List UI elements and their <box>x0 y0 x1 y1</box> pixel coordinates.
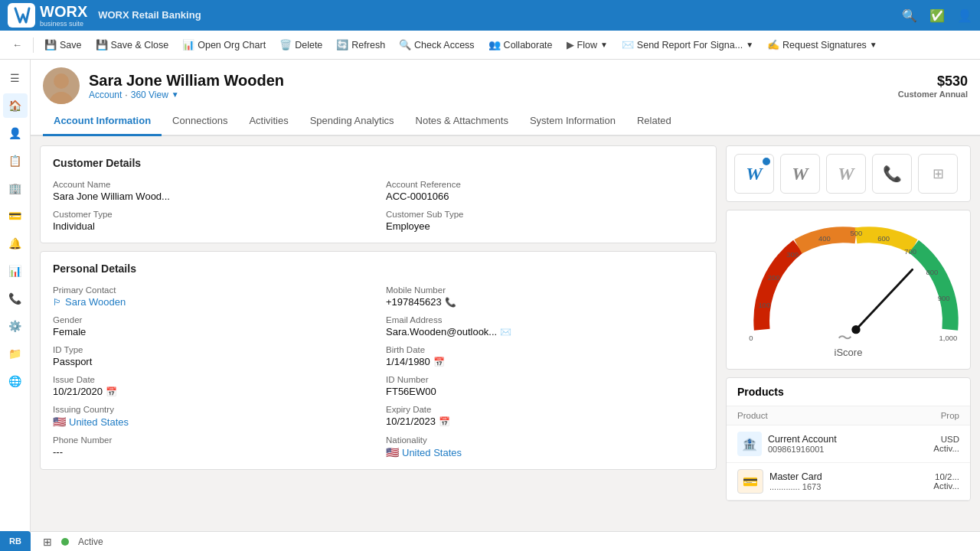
save-close-button[interactable]: 💾 Save & Close <box>90 36 175 54</box>
customer-sub-type-label: Customer Sub Type <box>386 210 704 219</box>
app-layout: ☰ 🏠 👤 📋 🏢 💳 🔔 📊 📞 ⚙️ 📁 🌐 <box>0 60 980 551</box>
tab-notes-attachments[interactable]: Notes & Attachments <box>405 107 519 136</box>
request-signatures-dropdown-icon[interactable]: ▼ <box>870 41 877 49</box>
record-view-link[interactable]: 360 View <box>131 90 168 100</box>
status-share-icon[interactable]: ⊞ <box>43 536 52 548</box>
calendar-icon-birth[interactable]: 📅 <box>433 357 445 367</box>
check-icon[interactable]: ✅ <box>929 8 945 23</box>
gender-field: Gender Female <box>53 315 371 337</box>
collaborate-button[interactable]: 👥 Collaborate <box>482 36 559 54</box>
sidebar-globe-icon[interactable]: 🌐 <box>3 369 28 393</box>
user-badge[interactable]: RB <box>0 531 31 551</box>
expiry-date-value: 10/21/2023 📅 <box>386 416 704 427</box>
sidebar-building-icon[interactable]: 🏢 <box>3 176 28 201</box>
send-report-icon: ✉️ <box>622 39 634 51</box>
tab-navigation: Account Information Connections Activiti… <box>31 107 980 136</box>
iscore-gauge-card: 0 100 200 300 400 500 600 700 800 900 1,… <box>726 210 971 370</box>
sidebar-home-icon[interactable]: 🏠 <box>3 93 28 118</box>
sidebar-settings-icon[interactable]: ⚙️ <box>3 314 28 338</box>
svg-text:600: 600 <box>877 234 890 243</box>
org-chart-icon: 📊 <box>182 39 194 51</box>
primary-contact-link[interactable]: Sara Wooden <box>65 296 126 308</box>
sidebar-bell-icon[interactable]: 🔔 <box>3 231 28 256</box>
calendar-icon-expiry[interactable]: 📅 <box>439 416 450 427</box>
current-account-icon: 🏦 <box>737 432 762 456</box>
issuing-country-label: Issuing Country <box>53 405 371 414</box>
email-icon[interactable]: ✉️ <box>500 327 511 337</box>
account-reference-value: ACC-0001066 <box>386 191 704 202</box>
phone-icon[interactable]: 📞 <box>445 297 456 308</box>
current-account-number: 009861916001 <box>768 445 927 454</box>
svg-text:300: 300 <box>786 250 799 259</box>
customer-type-label: Customer Type <box>53 210 371 219</box>
sidebar-phone-icon[interactable]: 📞 <box>3 286 28 311</box>
products-title: Products <box>727 378 970 406</box>
sidebar-chart-icon[interactable]: 📊 <box>3 259 28 283</box>
current-account-info: Current Account 009861916001 <box>768 434 927 454</box>
personal-details-title: Personal Details <box>53 262 704 275</box>
search-icon[interactable]: 🔍 <box>902 8 917 23</box>
account-reference-label: Account Reference <box>386 180 704 189</box>
flow-icon: ▶ <box>567 39 574 51</box>
customer-sub-type-field: Customer Sub Type Employee <box>386 210 704 232</box>
status-indicator <box>61 538 69 546</box>
mobile-number-value: +197845623 📞 <box>386 296 704 308</box>
back-button[interactable]: ← <box>6 36 28 54</box>
action-btn-w1-badge <box>763 158 770 165</box>
send-report-button[interactable]: ✉️ Send Report For Signa... ▼ <box>616 36 760 54</box>
check-access-button[interactable]: 🔍 Check Access <box>393 36 481 54</box>
nationality-link[interactable]: United States <box>402 447 462 458</box>
tab-system-information[interactable]: System Information <box>519 107 626 136</box>
tab-connections[interactable]: Connections <box>162 107 238 136</box>
delete-button[interactable]: 🗑️ Delete <box>273 36 328 54</box>
svg-point-1 <box>54 73 69 89</box>
record-name: Sara Jone William Wooden <box>89 72 284 90</box>
sidebar-card-icon[interactable]: 💳 <box>3 204 28 228</box>
tab-account-information[interactable]: Account Information <box>43 107 162 136</box>
birth-date-value: 1/14/1980 📅 <box>386 356 704 367</box>
action-btn-w2[interactable]: W <box>780 154 820 194</box>
save-button[interactable]: 💾 Save <box>38 36 88 54</box>
record-title-block: Sara Jone William Wooden Account · 360 V… <box>89 72 284 100</box>
action-btn-w3[interactable]: W <box>826 154 866 194</box>
account-reference-field: Account Reference ACC-0001066 <box>386 180 704 202</box>
tab-activities[interactable]: Activities <box>238 107 299 136</box>
sidebar-menu-icon[interactable]: ☰ <box>3 66 28 90</box>
tab-spending-analytics[interactable]: Spending Analytics <box>299 107 405 136</box>
send-report-dropdown-icon[interactable]: ▼ <box>746 41 753 49</box>
action-btn-w1[interactable]: W <box>734 154 774 194</box>
sidebar-folder-icon[interactable]: 📁 <box>3 341 28 366</box>
primary-contact-field: Primary Contact 🏳 Sara Wooden <box>53 285 371 308</box>
tab-related[interactable]: Related <box>626 107 682 136</box>
svg-text:700: 700 <box>904 247 916 256</box>
record-type-link[interactable]: Account <box>89 90 122 100</box>
iscore-gauge: 0 100 200 300 400 500 600 700 800 900 1,… <box>741 221 956 344</box>
flow-dropdown-icon[interactable]: ▼ <box>600 41 608 49</box>
request-signatures-button[interactable]: ✍️ Request Signatures ▼ <box>761 36 884 54</box>
sidebar-list-icon[interactable]: 📋 <box>3 148 28 173</box>
svg-text:900: 900 <box>938 294 950 302</box>
action-btn-more[interactable]: ⊞ <box>918 154 958 194</box>
products-column-headers: Product Prop <box>727 406 970 425</box>
personal-details-card: Personal Details Primary Contact 🏳 Sara … <box>40 251 717 470</box>
org-chart-button[interactable]: 📊 Open Org Chart <box>176 36 272 54</box>
left-sidebar: ☰ 🏠 👤 📋 🏢 💳 🔔 📊 📞 ⚙️ 📁 🌐 <box>0 60 31 551</box>
issuing-country-link[interactable]: United States <box>69 416 129 428</box>
view-dropdown-icon[interactable]: ▼ <box>172 90 179 99</box>
flow-button[interactable]: ▶ Flow ▼ <box>560 36 614 54</box>
sidebar-people-icon[interactable]: 👤 <box>3 121 28 145</box>
phone-number-field: Phone Number --- <box>53 435 371 458</box>
action-btn-phone[interactable]: 📞 <box>872 154 912 194</box>
issue-date-field: Issue Date 10/21/2020 📅 <box>53 375 371 397</box>
mobile-number-label: Mobile Number <box>386 285 704 295</box>
svg-text:800: 800 <box>926 268 939 276</box>
nationality-flag: 🇺🇸 <box>386 446 399 458</box>
record-header: Sara Jone William Wooden Account · 360 V… <box>31 60 980 107</box>
refresh-button[interactable]: 🔄 Refresh <box>330 36 391 54</box>
content-area: Customer Details Account Name Sara Jone … <box>31 136 980 531</box>
product-row-current-account[interactable]: 🏦 Current Account 009861916001 USD Activ… <box>727 425 970 463</box>
product-row-master-card[interactable]: 💳 Master Card ............. 1673 10/2...… <box>727 463 970 500</box>
calendar-icon-issue[interactable]: 📅 <box>106 386 117 397</box>
user-icon[interactable]: 👤 <box>957 8 972 23</box>
svg-text:1,000: 1,000 <box>939 334 958 342</box>
